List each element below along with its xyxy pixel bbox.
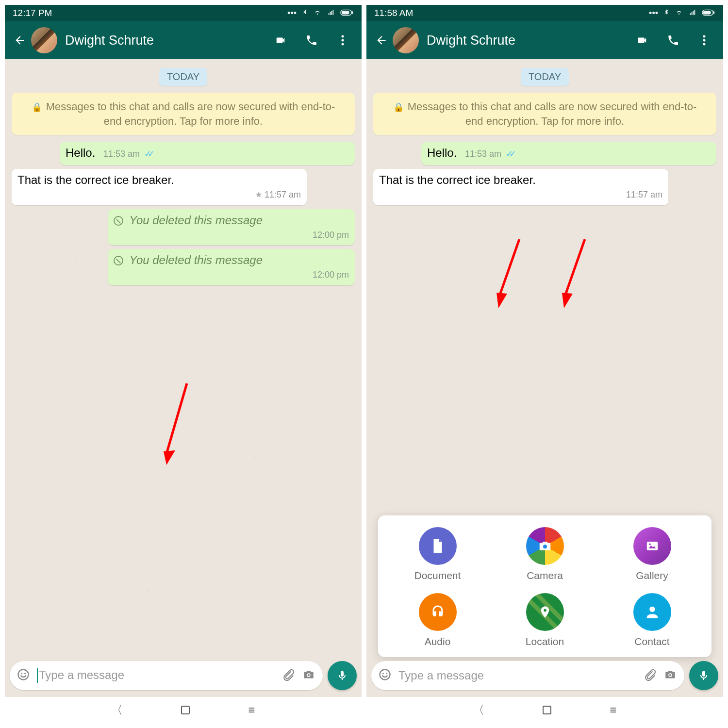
status-time: 11:58 AM xyxy=(374,8,413,18)
nav-recents-icon[interactable]: ≡ xyxy=(610,703,616,717)
svg-point-16 xyxy=(703,35,706,38)
read-receipt-icon: ✓✓ xyxy=(144,149,151,159)
attach-gallery[interactable]: Gallery xyxy=(598,527,706,581)
input-bar: Type a message xyxy=(10,661,357,690)
svg-point-3 xyxy=(342,35,344,38)
svg-point-8 xyxy=(24,673,26,674)
menu-button[interactable] xyxy=(696,32,712,49)
chat-header: Dwight Schrute xyxy=(5,21,362,59)
svg-point-24 xyxy=(380,670,390,680)
message-time: 12:00 pm xyxy=(118,269,349,281)
phone-screenshot-left: 12:17 PM ••• xyxy=(5,5,362,723)
message-time: ★11:57 am xyxy=(17,189,301,200)
message-out[interactable]: Hello. 11:53 am ✓✓ xyxy=(60,142,355,165)
nav-back-icon[interactable]: 〈 xyxy=(111,702,123,718)
location-icon xyxy=(526,593,564,631)
attach-menu: Document Camera Gallery Audio xyxy=(378,515,711,657)
attach-location[interactable]: Location xyxy=(491,593,598,647)
lock-icon: 🔒 xyxy=(393,102,404,112)
camera-icon[interactable] xyxy=(301,668,316,683)
svg-point-7 xyxy=(21,673,22,674)
svg-rect-15 xyxy=(713,11,714,14)
prohibit-icon xyxy=(114,216,123,226)
gallery-icon xyxy=(633,527,671,565)
message-in[interactable]: That is the correct ice breaker. ★11:57 … xyxy=(12,169,307,205)
message-deleted[interactable]: You deleted this message 12:00 pm xyxy=(108,209,355,246)
attach-audio[interactable]: Audio xyxy=(384,593,491,647)
mic-button[interactable] xyxy=(689,661,718,690)
lock-icon: 🔒 xyxy=(32,102,42,112)
contact-name[interactable]: Dwight Schrute xyxy=(427,33,629,48)
status-bar: 12:17 PM ••• xyxy=(5,5,362,21)
nav-home-icon[interactable] xyxy=(543,706,551,714)
message-input[interactable]: Type a message xyxy=(398,669,637,682)
battery-icon xyxy=(702,8,715,18)
message-input-container: Type a message xyxy=(371,661,684,690)
attach-icon[interactable] xyxy=(644,668,656,683)
encryption-banner[interactable]: 🔒 Messages to this chat and calls are no… xyxy=(12,93,355,135)
star-icon: ★ xyxy=(255,190,263,199)
video-call-button[interactable] xyxy=(634,32,650,49)
message-out[interactable]: Hello. 11:53 am ✓✓ xyxy=(421,142,716,165)
bluetooth-icon xyxy=(301,8,308,19)
more-icon: ••• xyxy=(287,8,297,18)
svg-rect-20 xyxy=(646,542,658,550)
nav-bar: 〈 ≡ xyxy=(5,697,362,723)
camera-icon[interactable] xyxy=(663,668,678,683)
date-chip: TODAY xyxy=(159,68,207,86)
nav-home-icon[interactable] xyxy=(181,706,190,714)
message-time: 12:00 pm xyxy=(118,230,349,241)
menu-button[interactable] xyxy=(334,32,351,49)
chat-header: Dwight Schrute xyxy=(366,21,723,59)
message-deleted[interactable]: You deleted this message 12:00 pm xyxy=(108,249,355,285)
avatar[interactable] xyxy=(31,27,57,53)
more-icon: ••• xyxy=(649,8,658,18)
svg-rect-1 xyxy=(342,11,349,14)
status-icons: ••• xyxy=(287,8,354,19)
svg-point-4 xyxy=(342,39,344,42)
svg-point-6 xyxy=(18,670,29,680)
emoji-icon[interactable] xyxy=(17,668,30,683)
message-time: 11:53 am xyxy=(103,149,140,160)
nav-recents-icon[interactable]: ≡ xyxy=(248,703,255,717)
svg-point-25 xyxy=(382,673,384,674)
svg-point-28 xyxy=(669,674,671,676)
mic-button[interactable] xyxy=(328,661,357,690)
video-call-button[interactable] xyxy=(272,32,289,49)
attach-contact[interactable]: Contact xyxy=(598,593,706,647)
emoji-icon[interactable] xyxy=(378,668,392,683)
svg-rect-2 xyxy=(351,11,353,14)
svg-point-10 xyxy=(308,674,310,676)
attach-document[interactable]: Document xyxy=(384,527,491,581)
bluetooth-icon xyxy=(663,8,670,19)
svg-point-19 xyxy=(543,545,547,548)
encryption-banner[interactable]: 🔒 Messages to this chat and calls are no… xyxy=(373,93,716,135)
audio-icon xyxy=(419,593,457,631)
attach-icon[interactable] xyxy=(282,668,295,683)
avatar[interactable] xyxy=(393,27,419,53)
back-button[interactable] xyxy=(12,32,28,49)
contact-icon xyxy=(633,593,671,631)
attach-camera[interactable]: Camera xyxy=(491,527,598,581)
voice-call-button[interactable] xyxy=(665,32,681,49)
nav-back-icon[interactable]: 〈 xyxy=(473,702,484,718)
status-time: 12:17 PM xyxy=(13,8,52,18)
battery-icon xyxy=(340,8,354,18)
voice-call-button[interactable] xyxy=(303,32,320,49)
svg-point-26 xyxy=(386,673,387,674)
message-time: 11:57 am xyxy=(379,189,662,200)
back-button[interactable] xyxy=(373,32,390,49)
nav-bar: 〈 ≡ xyxy=(366,697,723,723)
contact-name[interactable]: Dwight Schrute xyxy=(65,33,267,48)
svg-point-5 xyxy=(342,43,344,46)
svg-point-22 xyxy=(649,543,651,545)
svg-point-23 xyxy=(649,607,655,612)
message-in[interactable]: That is the correct ice breaker. 11:57 a… xyxy=(373,169,668,205)
camera-icon xyxy=(526,527,564,565)
status-bar: 11:58 AM ••• xyxy=(366,5,723,21)
message-time: 11:53 am xyxy=(465,149,501,160)
message-input[interactable]: Type a message xyxy=(37,668,275,683)
signal-icon xyxy=(688,8,697,18)
wifi-icon xyxy=(675,8,683,18)
svg-point-18 xyxy=(703,43,706,46)
